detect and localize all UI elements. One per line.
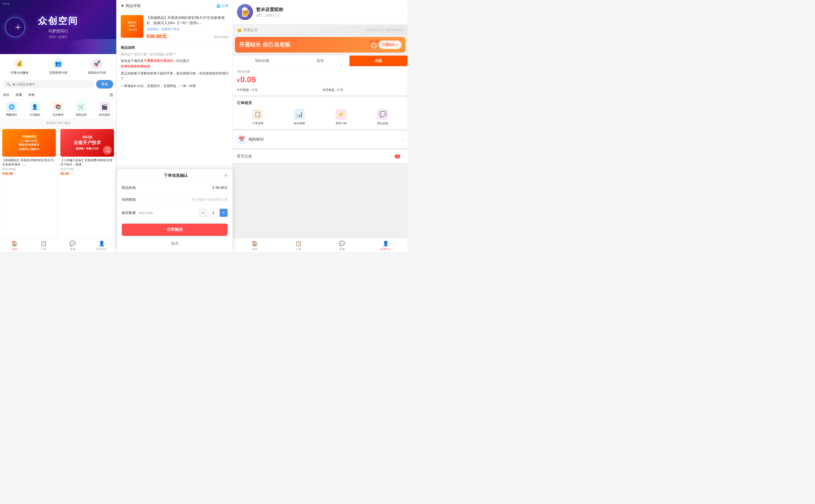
product-image-1: 新品上架 全套开户技术 随便接一单最少几百 APP下载 (60, 129, 114, 157)
product-detail-modal: ✕ 商品详情 🌐 分享 淘宝/京东 /拼多多 一单8-10元 【高端精品】外面卖… (117, 0, 233, 123)
category-media[interactable]: 🎬 新自媒体 (93, 102, 116, 117)
left-nav-member[interactable]: 👤 会员中心 (87, 240, 116, 251)
category-bar: 🌐 网赚项目 👤 引流吸粉 📚 综合教程 🛒 电商运营 🎬 新自媒体 (0, 99, 116, 119)
right-nav-member[interactable]: 👤 会员中心 (364, 240, 408, 251)
order-confirm-title: 下单信息确认 (128, 173, 224, 178)
after-sale-icon: 💬 (377, 109, 388, 120)
order-section-title: 订单相关 (237, 101, 403, 105)
product-card-0[interactable]: 正规任务平台 【一单8-10元】 淘宝/京东/拼多多 ♦ 无需押金 无需垫付 ♦… (0, 127, 58, 238)
checkin-row[interactable]: 📅 我的签到 › (233, 131, 407, 148)
product-card-1[interactable]: 新品上架 全套开户技术 随便接一单最少几百 APP下载 【人肉骗子必备】外面收费… (58, 127, 116, 238)
search-bar: 🔍 搜索 (0, 78, 116, 91)
promo-title: 开通站长 自己当老板 (239, 41, 290, 49)
qty-minus-button[interactable]: − (199, 209, 207, 217)
balance-value: ¥0.05 (237, 75, 403, 84)
announcement-row[interactable]: 官方公告 3 › (233, 150, 407, 163)
search-input-wrap: 🔍 (3, 80, 94, 88)
right-nav-home[interactable]: 🏠 首页 (233, 240, 277, 251)
copy-uid-button[interactable]: ⎘ (276, 14, 280, 18)
order-management[interactable]: 📋 订单管理 (237, 109, 279, 125)
announcement-label: 官方公告 (237, 154, 252, 159)
left-bottom-nav: 🏠 首页 📋 订单 💬 客服 👤 会员中心 (0, 238, 116, 252)
detail-header: ✕ 商品详情 🌐 分享 (117, 0, 233, 12)
filter-price[interactable]: 价格 ⬦ (28, 93, 37, 97)
order-icon: 📋 (40, 240, 47, 246)
rnav-order-icon: 📋 (295, 240, 302, 246)
after-sale[interactable]: 💬 售后反馈 (362, 109, 404, 125)
category-ecommerce[interactable]: 🛒 电商运营 (70, 102, 93, 117)
order-icons: 📋 订单管理 📊 收支明细 ⚡ 异常订单 💬 售后反馈 (237, 109, 403, 125)
abnormal-order[interactable]: ⚡ 异常订单 (320, 109, 362, 125)
qty-control: − + (199, 209, 228, 217)
qty-input[interactable] (207, 209, 220, 217)
filter-sales[interactable]: 销量 ⬦ (16, 93, 24, 97)
promo-open-button[interactable]: 开通站长 > (379, 40, 401, 49)
product-grid: 正规任务平台 【一单8-10元】 淘宝/京东/拼多多 ♦ 无需押金 无需垫付 ♦… (0, 127, 116, 238)
income-icon: 📊 (294, 109, 305, 120)
income-detail[interactable]: 📊 收支明细 (279, 109, 320, 125)
search-button[interactable]: 搜索 (96, 80, 113, 89)
person-icon: 👤 (30, 102, 40, 112)
rnav-service-icon: 💬 (339, 240, 345, 246)
product-image-0: 正规任务平台 【一单8-10元】 淘宝/京东/拼多多 ♦ 无需押金 无需垫付 ♦ (2, 129, 56, 157)
quick-action-earn[interactable]: 💰 开通分站赚钱 (0, 58, 39, 75)
today-earnings: 今日收益：0 元 (237, 88, 318, 92)
quick-action-split[interactable]: 👥 无限裂变分佣 (39, 58, 77, 75)
grid-view-icon[interactable]: ⊞ (109, 92, 113, 98)
banner-text: 众创空间 与梦想同行 2022一起前行 (38, 15, 78, 39)
qty-plus-button[interactable]: + (220, 209, 228, 217)
right-bottom-nav: 🏠 首页 📋 订单 💬 客服 👤 会员中心 (233, 238, 407, 252)
detail-share-button[interactable]: 🌐 分享 (216, 4, 229, 8)
filter-arrow-0: ⬦ (10, 94, 12, 96)
month-earnings: 本月收益：0 元 (322, 88, 404, 92)
product-tag-1: 新品上架 (82, 135, 93, 139)
promo-banner: 开通站长 自己当老板 ⏰ 开通站长 > (235, 37, 405, 53)
category-tutorial[interactable]: 📚 综合教程 (47, 102, 70, 117)
clock-icon: ⏰ (368, 39, 380, 51)
order-confirm-close-button[interactable]: ✕ (224, 173, 228, 178)
quick-action-upgrade[interactable]: 🚀 初级站长升级 (77, 58, 116, 75)
detail-close-button[interactable]: ✕ 商品详情 (121, 4, 141, 8)
product-meta-1: 库存:318份 (60, 167, 114, 171)
video-icon: 🎬 (100, 102, 110, 112)
banner-plus: + (15, 21, 21, 33)
detail-stock: 剩余:549份 (214, 35, 229, 39)
my-balance-tab[interactable]: 我的余额 (233, 56, 291, 66)
right-nav-order[interactable]: 📋 订单 (277, 240, 320, 251)
left-nav-service[interactable]: 💬 客服 (58, 240, 87, 251)
book-icon: 📚 (53, 102, 63, 112)
user-uid-text: UID：24363 (256, 13, 274, 18)
product-tag-0: 正规任务平台 (21, 135, 37, 139)
cancel-button[interactable]: 取消 (117, 239, 233, 248)
buy-now-button[interactable]: 立即购买 (122, 224, 228, 236)
search-icon: 🔍 (7, 82, 11, 86)
search-input[interactable] (12, 82, 91, 86)
abnormal-icon: ⚡ (336, 109, 347, 120)
balance-earnings: 今日收益：0 元 本月收益：0 元 (233, 86, 407, 95)
user-uid-row: UID：24363 ⎘ (256, 13, 399, 18)
right-nav-service[interactable]: 💬 客服 (320, 240, 364, 251)
product-title-1: 【人肉骗子必备】外面收费2888的全套开户技术，随便... (60, 158, 114, 167)
category-traffic[interactable]: 👤 引流吸粉 (23, 102, 46, 117)
checkin-icon: 📅 (237, 135, 246, 144)
middle-panel: ✕ 商品详情 🌐 分享 淘宝/京东 /拼多多 一单8-10元 【高端精品】外面卖… (116, 0, 233, 252)
upgrade-label: 初级站长升级 (88, 71, 106, 75)
withdraw-tab[interactable]: 提现 (291, 56, 349, 66)
order-email-row[interactable]: 你的邮箱 用于接收卡密和查询订单 (117, 194, 233, 206)
member-level-label: 普通会员 (243, 28, 258, 32)
result-count: 共找到1108个商品 (0, 119, 116, 127)
order-confirm-header: 下单信息确认 ✕ (117, 169, 233, 182)
split-icon: 👥 (53, 58, 64, 69)
filter-comprehensive[interactable]: 综合 ⬦ (3, 93, 12, 97)
recharge-tab[interactable]: 充值 (349, 56, 407, 66)
category-network[interactable]: 🌐 网赚项目 (0, 102, 23, 117)
left-nav-home[interactable]: 🏠 首页 (0, 240, 29, 251)
balance-amount: 我的余额 ¥0.05 (233, 66, 407, 86)
detail-price: ¥38.88元 (146, 33, 167, 40)
balance-yen-symbol: ¥ (237, 78, 240, 83)
order-management-icon: 📋 (252, 109, 263, 120)
banner: 多有省 + 众创空间 与梦想同行 2022一起前行 (0, 0, 116, 54)
left-nav-order[interactable]: 📋 订单 (29, 240, 58, 251)
user-nickname: 暂未设置昵称 (256, 7, 399, 13)
user-profile[interactable]: 🍺 暂未设置昵称 UID：24363 ⎘ › (233, 0, 407, 24)
